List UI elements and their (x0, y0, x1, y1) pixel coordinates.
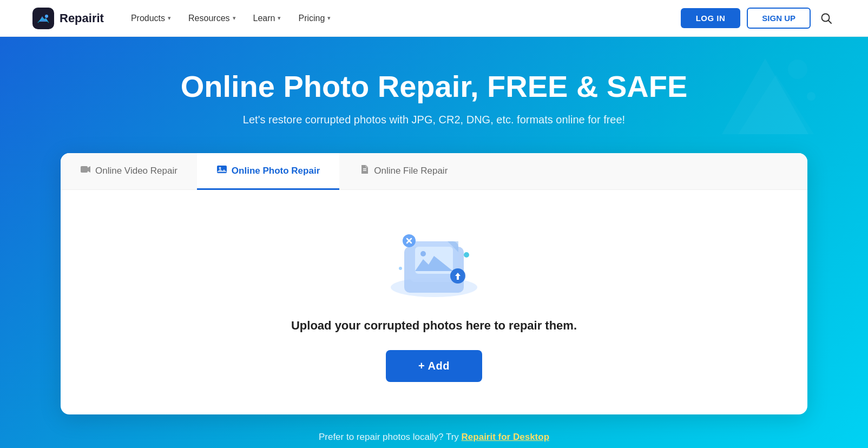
signup-button[interactable]: SIGN UP (747, 8, 811, 29)
search-button[interactable] (817, 9, 836, 28)
hero-bg-decoration (706, 48, 825, 145)
upload-area: Upload your corrupted photos here to rep… (61, 190, 807, 414)
file-icon (359, 164, 370, 177)
chevron-down-icon: ▾ (278, 15, 281, 22)
svg-point-20 (420, 251, 426, 256)
login-button[interactable]: LOG IN (681, 8, 741, 28)
logo-text: Repairit (60, 11, 104, 25)
tab-file-repair[interactable]: Online File Repair (339, 153, 467, 190)
nav-products[interactable]: Products ▾ (123, 9, 179, 28)
svg-point-1 (45, 15, 48, 18)
logo[interactable]: Repairit (32, 8, 104, 29)
svg-marker-9 (88, 166, 90, 173)
photo-icon (216, 164, 227, 177)
upload-prompt: Upload your corrupted photos here to rep… (291, 319, 577, 333)
repair-card: Online Video Repair Online Photo Repair (61, 153, 807, 414)
nav-pricing[interactable]: Pricing ▾ (291, 9, 338, 28)
tab-video-repair[interactable]: Online Video Repair (61, 153, 197, 190)
svg-point-7 (807, 92, 816, 101)
nav-learn[interactable]: Learn ▾ (246, 9, 289, 28)
footer-hint: Prefer to repair photos locally? Try Rep… (32, 432, 836, 443)
chevron-down-icon: ▾ (327, 15, 331, 22)
svg-point-27 (464, 252, 469, 258)
tab-bar: Online Video Repair Online Photo Repair (61, 153, 807, 190)
hero-section: Online Photo Repair, FREE & SAFE Let's r… (0, 37, 868, 448)
nav-resources[interactable]: Resources ▾ (181, 9, 243, 28)
tab-photo-repair[interactable]: Online Photo Repair (197, 153, 339, 190)
chevron-down-icon: ▾ (233, 15, 236, 22)
video-icon (80, 164, 91, 177)
svg-rect-26 (457, 276, 459, 280)
logo-icon (32, 8, 54, 29)
svg-point-28 (399, 267, 402, 270)
nav-actions: LOG IN SIGN UP (681, 8, 836, 29)
upload-illustration (380, 217, 488, 304)
svg-line-3 (828, 20, 832, 23)
svg-point-11 (219, 167, 221, 169)
svg-point-6 (788, 60, 807, 79)
desktop-link[interactable]: Repairit for Desktop (462, 432, 549, 442)
add-button[interactable]: + Add (386, 350, 482, 382)
nav-links: Products ▾ Resources ▾ Learn ▾ Pricing ▾ (123, 9, 681, 28)
navbar: Repairit Products ▾ Resources ▾ Learn ▾ … (0, 0, 868, 37)
chevron-down-icon: ▾ (168, 15, 171, 22)
search-icon (820, 12, 832, 24)
svg-rect-8 (81, 166, 88, 173)
